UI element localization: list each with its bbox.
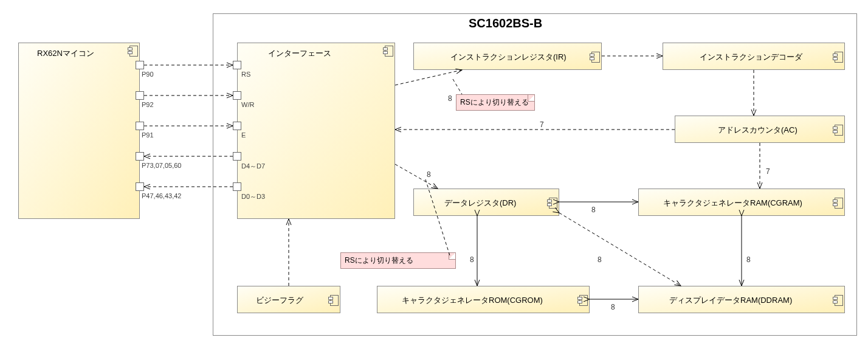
port-rs-label: RS <box>241 71 250 78</box>
decoder-label: インストラクションデコーダ <box>700 52 802 63</box>
port-e-label: E <box>241 131 246 139</box>
component-ddram: ディスプレイデータRAM(DDRAM) <box>638 286 845 313</box>
port-p73-label: P73,07,05,60 <box>142 162 181 169</box>
component-icon <box>833 295 842 305</box>
component-icon <box>833 198 842 207</box>
edge-label-dr8: 8 <box>427 170 431 179</box>
edge-label-drcgram8: 8 <box>591 206 596 214</box>
component-mcu: RX62Nマイコン <box>18 43 140 219</box>
component-icon <box>578 295 587 305</box>
port-d03 <box>233 182 241 191</box>
ir-label: インストラクションレジスタ(IR) <box>450 52 567 63</box>
port-p92 <box>136 91 144 100</box>
component-icon <box>833 125 842 134</box>
edge-label-ac7: 7 <box>540 120 544 129</box>
component-icon <box>329 295 337 305</box>
port-p90 <box>136 61 144 69</box>
component-icon <box>384 46 392 55</box>
port-wr-label: W/R <box>241 101 254 108</box>
edge-label-cgrom8: 8 <box>470 255 474 264</box>
port-p47-label: P47,46,43,42 <box>142 192 181 199</box>
component-icon <box>833 52 842 61</box>
port-d03-label: D0～D3 <box>241 192 265 201</box>
port-p91 <box>136 122 144 130</box>
edge-label-cgramddram8: 8 <box>746 255 751 264</box>
port-d47-label: D4～D7 <box>241 162 265 171</box>
edge-label-accgram7: 7 <box>766 167 770 176</box>
interface-label: インターフェース <box>268 48 331 59</box>
port-p92-label: P92 <box>142 101 154 108</box>
ddram-label: ディスプレイデータRAM(DDRAM) <box>669 295 792 306</box>
note-rs1: RSにより切り替える <box>456 94 535 111</box>
edge-label-ir8: 8 <box>448 94 452 103</box>
ac-label: アドレスカウンタ(AC) <box>718 125 797 136</box>
component-cgrom: キャラクタジェネレータROM(CGROM) <box>377 286 590 313</box>
component-icon <box>548 198 556 207</box>
cgrom-label: キャラクタジェネレータROM(CGROM) <box>402 295 543 306</box>
edge-label-cgromddram8: 8 <box>611 303 615 311</box>
cgram-label: キャラクタジェネレータRAM(CGRAM) <box>663 198 802 209</box>
component-icon <box>590 52 599 61</box>
port-e <box>233 122 241 130</box>
component-ir: インストラクションレジスタ(IR) <box>413 43 602 70</box>
port-p90-label: P90 <box>142 71 154 78</box>
port-wr <box>233 91 241 100</box>
component-ac: アドレスカウンタ(AC) <box>675 116 845 143</box>
mcu-label: RX62Nマイコン <box>37 48 94 59</box>
component-decoder: インストラクションデコーダ <box>663 43 845 70</box>
component-cgram: キャラクタジェネレータRAM(CGRAM) <box>638 189 845 216</box>
port-d47 <box>233 152 241 161</box>
edge-label-drddram8: 8 <box>598 255 602 264</box>
port-p73 <box>136 152 144 161</box>
port-rs <box>233 61 241 69</box>
dr-label: データレジスタ(DR) <box>444 198 516 209</box>
port-p47 <box>136 182 144 191</box>
component-dr: データレジスタ(DR) <box>413 189 559 216</box>
component-icon <box>128 46 137 55</box>
port-p91-label: P91 <box>142 131 154 139</box>
busy-label: ビジーフラグ <box>256 295 303 306</box>
note-rs2: RSにより切り替える <box>340 252 456 269</box>
container-title: SC1602BS-B <box>469 16 542 30</box>
component-busy: ビジーフラグ <box>237 286 340 313</box>
